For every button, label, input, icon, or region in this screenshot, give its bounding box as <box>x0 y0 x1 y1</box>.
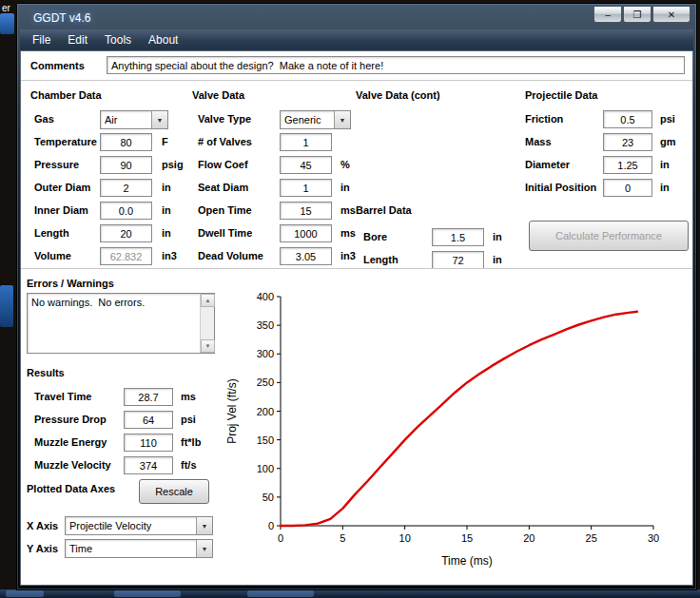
close-icon: ✕ <box>668 10 675 20</box>
y-tick-label: 350 <box>257 319 274 331</box>
flow-coef-label: Flow Coef <box>198 159 248 170</box>
calculate-performance-button[interactable]: Calculate Performance <box>529 221 689 251</box>
diameter-input[interactable] <box>603 156 652 174</box>
chevron-down-icon[interactable]: ▼ <box>196 540 212 557</box>
flow-coef-input[interactable] <box>280 156 332 174</box>
num-valves-input[interactable] <box>280 133 332 151</box>
dead-volume-input[interactable] <box>280 247 332 265</box>
barrel-length-input[interactable] <box>432 251 484 269</box>
gas-value: Air <box>105 114 117 125</box>
rescale-button[interactable]: Rescale <box>139 479 209 504</box>
y-tick-label: 0 <box>268 520 274 531</box>
series-line-proj-vel-vs-time <box>281 312 637 526</box>
x-axis-select[interactable]: Projectile Velocity ▼ <box>65 516 213 535</box>
y-tick-label: 400 <box>257 291 274 302</box>
velocity-chart: 050100150200250300350400051015202530Time… <box>223 281 693 582</box>
y-tick-label: 250 <box>257 376 274 388</box>
bore-input[interactable] <box>432 228 484 246</box>
gas-label: Gas <box>34 113 54 125</box>
errors-listbox[interactable]: No warnings. No errors. ▲ ▼ <box>27 293 215 354</box>
temperature-input[interactable] <box>100 133 152 151</box>
pressure-drop-label: Pressure Drop <box>34 414 107 425</box>
plotted-data-axes-header: Plotted Data Axes <box>27 483 115 494</box>
client-area: Comments Chamber Data Valve Data Valve D… <box>20 50 693 586</box>
muzzle-energy-value <box>124 434 173 452</box>
maximize-icon: ❐ <box>633 10 642 20</box>
maximize-button[interactable]: ❐ <box>623 7 651 23</box>
minimize-icon: – <box>605 10 611 20</box>
x-tick-label: 0 <box>278 532 283 544</box>
results-header: Results <box>27 367 65 378</box>
outer-diam-label: Outer Diam <box>34 182 90 193</box>
friction-unit: psi <box>660 113 675 125</box>
taskbar[interactable] <box>0 589 700 598</box>
divider <box>21 268 692 270</box>
chevron-down-icon[interactable]: ▼ <box>334 111 350 128</box>
valve-type-label: Valve Type <box>198 113 251 125</box>
diameter-label: Diameter <box>525 159 570 170</box>
pressure-unit: psig <box>162 159 184 170</box>
y-axis-select[interactable]: Time ▼ <box>65 539 213 558</box>
menu-edit[interactable]: Edit <box>59 29 96 50</box>
initial-position-unit: in <box>660 182 670 193</box>
dwell-time-input[interactable] <box>280 224 332 242</box>
open-time-input[interactable] <box>280 202 332 220</box>
menu-file[interactable]: File <box>24 29 59 50</box>
dwell-time-unit: ms <box>340 227 356 239</box>
pressure-input[interactable] <box>100 156 152 174</box>
friction-input[interactable] <box>603 110 652 128</box>
y-tick-label: 300 <box>257 348 274 359</box>
dwell-time-label: Dwell Time <box>198 227 252 239</box>
mass-unit: gm <box>660 136 676 147</box>
scroll-down-icon[interactable]: ▼ <box>201 339 215 353</box>
app-window: GGDT v4.6 – ❐ ✕ File Edit Tools About Co… <box>16 3 697 590</box>
valve-type-value: Generic <box>284 114 321 125</box>
valve-data-cont-header: Valve Data (cont) <box>356 89 440 101</box>
x-tick-label: 10 <box>399 532 411 544</box>
outer-diam-input[interactable] <box>100 179 152 197</box>
bore-label: Bore <box>363 231 387 242</box>
y-axis-title: Proj Vel (ft/s) <box>225 378 239 444</box>
inner-diam-label: Inner Diam <box>34 204 88 216</box>
taskbar-item <box>114 590 181 597</box>
chevron-down-icon[interactable]: ▼ <box>151 111 167 128</box>
menu-tools[interactable]: Tools <box>96 29 140 50</box>
x-tick-label: 15 <box>461 532 473 544</box>
y-axis-value: Time <box>69 543 92 554</box>
close-button[interactable]: ✕ <box>652 7 690 23</box>
desktop-icon <box>0 285 13 327</box>
minimize-button[interactable]: – <box>593 7 622 23</box>
seat-diam-unit: in <box>340 182 350 193</box>
chevron-down-icon[interactable]: ▼ <box>196 517 212 534</box>
comments-input[interactable] <box>107 56 685 74</box>
listbox-scrollbar[interactable]: ▲ ▼ <box>200 294 214 353</box>
initial-position-input[interactable] <box>603 179 652 197</box>
muzzle-velocity-unit: ft/s <box>181 459 197 471</box>
flow-coef-unit: % <box>340 159 350 170</box>
travel-time-value <box>124 388 173 406</box>
valve-type-select[interactable]: Generic ▼ <box>280 110 351 129</box>
menu-bar: File Edit Tools About <box>20 29 693 50</box>
title-bar[interactable]: GGDT v4.6 – ❐ ✕ <box>20 7 693 29</box>
x-tick-label: 5 <box>340 532 345 544</box>
inner-diam-unit: in <box>162 204 171 216</box>
x-tick-label: 20 <box>523 532 535 544</box>
mass-input[interactable] <box>603 133 652 151</box>
pressure-drop-unit: psi <box>181 414 196 425</box>
pressure-drop-value <box>124 411 173 429</box>
scroll-up-icon[interactable]: ▲ <box>201 294 215 307</box>
seat-diam-input[interactable] <box>280 179 332 197</box>
inner-diam-input[interactable] <box>100 202 152 220</box>
dead-volume-label: Dead Volume <box>198 250 263 261</box>
friction-label: Friction <box>525 113 563 125</box>
x-axis-label: X Axis <box>27 520 58 531</box>
dead-volume-unit: in3 <box>340 250 356 261</box>
y-tick-label: 150 <box>257 434 274 446</box>
gas-select[interactable]: Air ▼ <box>100 110 168 129</box>
barrel-length-unit: in <box>493 254 502 265</box>
volume-label: Volume <box>34 250 71 261</box>
menu-about[interactable]: About <box>140 29 186 50</box>
volume-unit: in3 <box>162 250 177 261</box>
mass-label: Mass <box>525 136 552 147</box>
chamber-length-input[interactable] <box>100 224 152 242</box>
